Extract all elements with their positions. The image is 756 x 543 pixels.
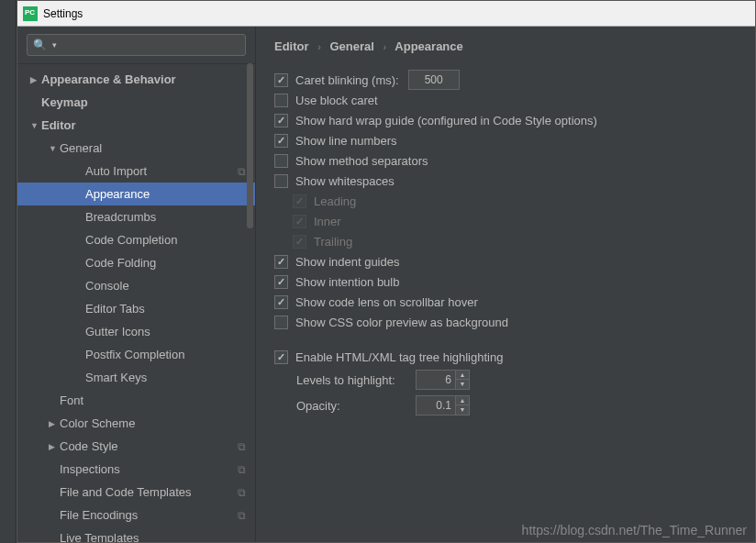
window-title: Settings bbox=[43, 7, 83, 20]
levels-input[interactable] bbox=[416, 370, 456, 390]
crumb-editor[interactable]: Editor bbox=[274, 39, 309, 53]
css-preview-label: Show CSS color preview as background bbox=[295, 316, 508, 329]
tree-item-smart-keys[interactable]: Smart Keys bbox=[17, 366, 255, 389]
chevron-down-icon[interactable] bbox=[49, 144, 60, 153]
css-preview-row: Show CSS color preview as background bbox=[274, 312, 737, 332]
code-lens-row: Show code lens on scrollbar hover bbox=[274, 292, 737, 312]
tree-item-auto-import[interactable]: Auto Import⧉ bbox=[17, 160, 255, 183]
tree-item-file-encodings[interactable]: File Encodings⧉ bbox=[17, 504, 255, 526]
search-row: 🔍 ▾ bbox=[17, 27, 255, 64]
settings-tree[interactable]: Appearance & BehaviorKeymapEditorGeneral… bbox=[17, 64, 255, 542]
tree-item-label: Console bbox=[85, 279, 255, 293]
settings-window: Settings 🔍 ▾ Appearance & BehaviorKeymap… bbox=[17, 0, 756, 543]
line-numbers-label: Show line numbers bbox=[295, 134, 397, 148]
tree-item-console[interactable]: Console bbox=[17, 274, 255, 297]
tree-item-label: Gutter Icons bbox=[85, 325, 255, 338]
opacity-row: Opacity: ▲ ▼ bbox=[296, 393, 737, 418]
css-preview-checkbox[interactable] bbox=[274, 316, 288, 329]
tree-item-code-completion[interactable]: Code Completion bbox=[17, 228, 255, 251]
chevron-right-icon: › bbox=[384, 41, 387, 52]
tree-item-label: File and Code Templates bbox=[60, 485, 238, 499]
ws-leading-checkbox bbox=[293, 194, 306, 208]
tree-item-breadcrumbs[interactable]: Breadcrumbs bbox=[17, 205, 255, 228]
breadcrumb: Editor › General › Appearance bbox=[274, 39, 737, 53]
ws-trailing-row: Trailing bbox=[293, 231, 737, 251]
tree-item-inspections[interactable]: Inspections⧉ bbox=[17, 458, 255, 481]
tree-item-live-templates[interactable]: Live Templates bbox=[17, 526, 255, 542]
tree-item-label: Live Templates bbox=[60, 531, 255, 542]
caret-blinking-checkbox[interactable] bbox=[274, 73, 288, 87]
crumb-appearance: Appearance bbox=[395, 39, 462, 53]
ws-leading-row: Leading bbox=[293, 191, 737, 211]
tree-item-code-style[interactable]: Code Style⧉ bbox=[17, 435, 255, 458]
tree-item-label: Inspections bbox=[60, 462, 238, 476]
tree-item-editor[interactable]: Editor bbox=[17, 114, 255, 137]
indent-guides-row: Show indent guides bbox=[274, 251, 737, 272]
tree-item-gutter-icons[interactable]: Gutter Icons bbox=[17, 320, 255, 343]
levels-up-button[interactable]: ▲ bbox=[456, 371, 469, 380]
tree-item-postfix-completion[interactable]: Postfix Completion bbox=[17, 343, 255, 366]
opacity-down-button[interactable]: ▼ bbox=[456, 405, 469, 415]
chevron-right-icon: › bbox=[317, 41, 321, 52]
settings-content: 🔍 ▾ Appearance & BehaviorKeymapEditorGen… bbox=[17, 27, 755, 542]
chevron-right-icon[interactable] bbox=[30, 75, 41, 84]
line-numbers-row: Show line numbers bbox=[274, 130, 737, 150]
project-scope-icon: ⧉ bbox=[238, 440, 246, 453]
tree-item-label: Font bbox=[60, 393, 255, 407]
ws-inner-row: Inner bbox=[293, 211, 737, 231]
tree-item-label: Color Scheme bbox=[60, 416, 255, 430]
tree-item-label: Auto Import bbox=[85, 164, 238, 178]
opacity-up-button[interactable]: ▲ bbox=[456, 396, 469, 405]
scrollbar-thumb[interactable] bbox=[247, 63, 253, 228]
block-caret-checkbox[interactable] bbox=[274, 94, 288, 107]
tree-item-file-and-code-templates[interactable]: File and Code Templates⧉ bbox=[17, 481, 255, 504]
intention-bulb-checkbox[interactable] bbox=[274, 275, 288, 289]
ws-inner-checkbox bbox=[293, 215, 306, 228]
line-numbers-checkbox[interactable] bbox=[274, 134, 288, 148]
chevron-down-icon: ▾ bbox=[52, 40, 57, 50]
tree-item-editor-tabs[interactable]: Editor Tabs bbox=[17, 297, 255, 320]
tree-item-appearance-behavior[interactable]: Appearance & Behavior bbox=[17, 68, 255, 91]
chevron-down-icon[interactable] bbox=[30, 121, 41, 130]
method-sep-checkbox[interactable] bbox=[274, 154, 288, 168]
search-input[interactable]: 🔍 ▾ bbox=[27, 34, 246, 56]
whitespace-checkbox[interactable] bbox=[274, 174, 288, 188]
caret-blinking-input[interactable] bbox=[408, 70, 460, 90]
indent-guides-label: Show indent guides bbox=[295, 255, 399, 269]
tree-item-code-folding[interactable]: Code Folding bbox=[17, 251, 255, 274]
method-sep-label: Show method separators bbox=[295, 154, 428, 168]
project-scope-icon: ⧉ bbox=[238, 463, 246, 476]
tree-item-label: Keymap bbox=[41, 95, 255, 109]
chevron-right-icon[interactable] bbox=[49, 442, 60, 451]
tree-item-keymap[interactable]: Keymap bbox=[17, 91, 255, 114]
ws-leading-label: Leading bbox=[314, 194, 356, 208]
project-scope-icon: ⧉ bbox=[238, 165, 246, 178]
caret-blinking-row: Caret blinking (ms): bbox=[274, 70, 737, 90]
tree-item-label: General bbox=[60, 141, 255, 155]
tree-item-general[interactable]: General bbox=[17, 137, 255, 160]
block-caret-label: Use block caret bbox=[295, 94, 378, 107]
opacity-input[interactable] bbox=[416, 395, 456, 416]
tree-item-label: File Encodings bbox=[60, 508, 238, 522]
tree-item-label: Editor bbox=[41, 118, 255, 132]
titlebar[interactable]: Settings bbox=[17, 1, 755, 27]
tree-item-font[interactable]: Font bbox=[17, 389, 255, 412]
indent-guides-checkbox[interactable] bbox=[274, 255, 288, 269]
tree-item-appearance[interactable]: Appearance bbox=[17, 183, 255, 205]
settings-sidebar: 🔍 ▾ Appearance & BehaviorKeymapEditorGen… bbox=[17, 27, 256, 542]
levels-label: Levels to highlight: bbox=[296, 373, 416, 387]
crumb-general[interactable]: General bbox=[329, 39, 373, 53]
tree-item-label: Postfix Completion bbox=[85, 348, 255, 361]
code-lens-label: Show code lens on scrollbar hover bbox=[295, 295, 478, 309]
levels-down-button[interactable]: ▼ bbox=[456, 380, 469, 389]
tree-item-color-scheme[interactable]: Color Scheme bbox=[17, 412, 255, 435]
tag-tree-checkbox[interactable] bbox=[274, 350, 288, 364]
chevron-right-icon[interactable] bbox=[49, 419, 60, 428]
ws-trailing-checkbox bbox=[293, 235, 306, 249]
caret-blinking-label: Caret blinking (ms): bbox=[295, 73, 399, 87]
hard-wrap-checkbox[interactable] bbox=[274, 114, 288, 127]
code-lens-checkbox[interactable] bbox=[274, 295, 288, 309]
opacity-label: Opacity: bbox=[296, 399, 416, 413]
whitespace-label: Show whitespaces bbox=[295, 174, 395, 188]
tree-item-label: Code Folding bbox=[85, 256, 255, 270]
